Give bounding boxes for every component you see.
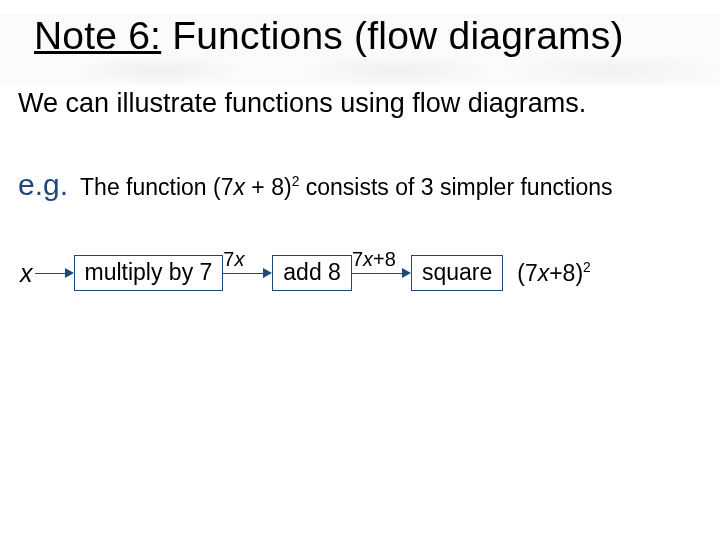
- example-row: e.g. The function (7x + 8)2 consists of …: [18, 168, 613, 202]
- title-rest: Functions (flow diagrams): [161, 14, 624, 57]
- intro-text: We can illustrate functions using flow d…: [18, 88, 586, 119]
- page-title: Note 6: Functions (flow diagrams): [34, 14, 624, 59]
- flow-box-square: square: [411, 255, 503, 291]
- arrow-1: [35, 268, 74, 278]
- arrow-2: 7x: [223, 268, 272, 278]
- arrow-3: 7x+8: [352, 268, 411, 278]
- example-label: e.g.: [18, 168, 68, 202]
- arrow-3-label: 7x+8: [352, 248, 396, 271]
- example-text: The function (7x + 8)2 consists of 3 sim…: [80, 174, 612, 201]
- flow-result: (7x+8)2: [517, 260, 591, 287]
- flow-input: x: [20, 259, 33, 288]
- flow-box-multiply: multiply by 7: [74, 255, 224, 291]
- flow-diagram: x multiply by 7 7x add 8 7x+8 square (7x…: [20, 255, 591, 291]
- flow-box-add: add 8: [272, 255, 352, 291]
- title-underlined: Note 6:: [34, 14, 161, 57]
- slide: Note 6: Functions (flow diagrams) We can…: [0, 0, 720, 540]
- arrow-2-label: 7x: [223, 248, 244, 271]
